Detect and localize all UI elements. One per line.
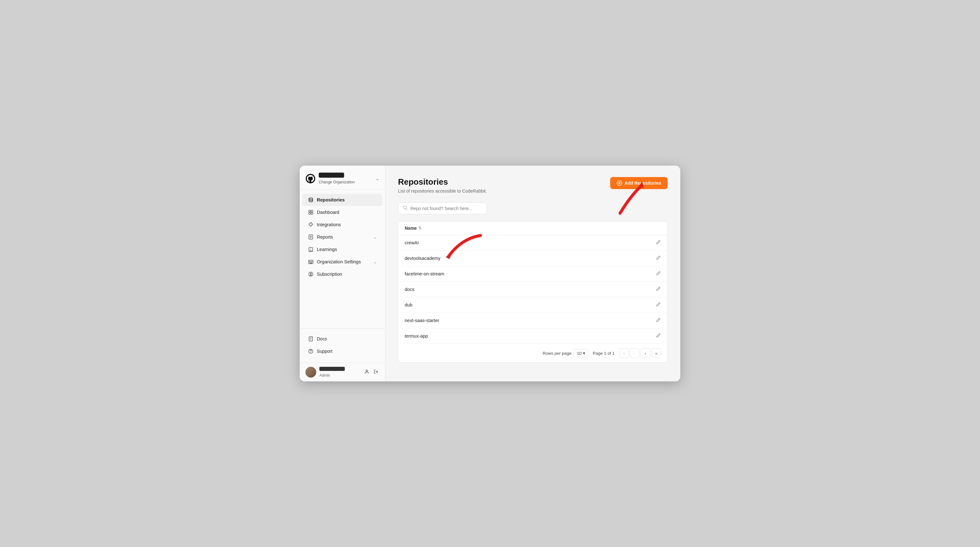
table-row[interactable]: dub	[398, 297, 667, 313]
repo-name: next-saas-starter	[405, 318, 656, 323]
sidebar-item-integrations[interactable]: Integrations	[302, 218, 382, 231]
name-column-label: Name	[405, 226, 417, 231]
sidebar-item-org-settings-label: Organization Settings	[317, 259, 361, 264]
sidebar-bottom: Docs Support	[300, 329, 385, 361]
reports-expand-icon: ⌄	[373, 235, 377, 239]
github-logo-icon	[305, 174, 315, 184]
user-actions	[363, 368, 379, 376]
name-column-header: Name ⇅	[405, 226, 422, 231]
rows-per-page-control: Rows per page 10 ▾	[542, 349, 588, 357]
table-row[interactable]: devtoolsacademy	[398, 250, 667, 266]
repo-name: termux-app	[405, 333, 656, 338]
edit-icon[interactable]	[656, 239, 661, 246]
svg-point-1	[309, 198, 313, 199]
sidebar-item-subscription-label: Subscription	[317, 271, 342, 277]
main-content: Repositories List of repositories access…	[385, 166, 680, 381]
svg-point-18	[310, 352, 311, 352]
change-org-label: Change Organization	[319, 180, 372, 184]
next-page-button[interactable]: ›	[641, 348, 650, 358]
org-name	[319, 172, 344, 178]
repositories-table: Name ⇅ crewAI devtoolsacademy facet	[398, 221, 668, 363]
repo-name: docs	[405, 287, 656, 292]
sidebar-item-org-settings[interactable]: Organization Settings ⌄	[302, 256, 382, 268]
page-info: Page 1 of 1	[593, 351, 615, 356]
svg-rect-5	[311, 212, 313, 214]
table-row[interactable]: facetime-on-stream	[398, 266, 667, 282]
grid-icon	[308, 209, 313, 215]
sidebar-item-docs[interactable]: Docs	[302, 333, 382, 345]
repo-name: dub	[405, 302, 656, 308]
edit-icon[interactable]	[656, 333, 661, 339]
main-header: Repositories List of repositories access…	[398, 177, 668, 193]
rows-per-page-value: 10	[577, 351, 582, 356]
sidebar-item-support-label: Support	[317, 349, 332, 354]
sidebar-item-learnings[interactable]: Learnings	[302, 243, 382, 255]
svg-point-19	[366, 370, 368, 372]
sidebar-item-repositories-label: Repositories	[317, 197, 345, 203]
table-row[interactable]: docs	[398, 282, 667, 297]
doc-icon	[308, 336, 313, 342]
page-title: Repositories	[398, 177, 487, 187]
repo-name: crewAI	[405, 240, 656, 245]
rows-select-chevron-icon: ▾	[583, 351, 585, 356]
book-icon	[308, 247, 313, 252]
sidebar-item-support[interactable]: Support	[302, 345, 382, 357]
sidebar-item-dashboard[interactable]: Dashboard	[302, 206, 382, 218]
last-page-button[interactable]: »	[651, 348, 661, 358]
report-icon	[308, 234, 313, 240]
database-icon	[308, 197, 313, 203]
dollar-icon	[308, 271, 313, 277]
add-repositories-button[interactable]: Add Repositories	[610, 177, 668, 189]
table-row[interactable]: crewAI	[398, 235, 667, 250]
user-logout-button[interactable]	[373, 368, 379, 376]
org-chevron-icon[interactable]: ⌄	[375, 175, 379, 182]
search-icon	[403, 205, 408, 211]
sidebar-item-dashboard-label: Dashboard	[317, 210, 339, 215]
puzzle-icon	[308, 222, 313, 228]
prev-page-button[interactable]: ‹	[630, 348, 640, 358]
table-footer: Rows per page 10 ▾ Page 1 of 1 « ‹ › »	[398, 344, 667, 362]
svg-rect-11	[310, 262, 312, 264]
sidebar: Change Organization ⌄ Repositories Dashb…	[300, 166, 385, 381]
avatar	[305, 367, 316, 378]
repo-name: devtoolsacademy	[405, 256, 656, 261]
page-subtitle: List of repositories accessible to CodeR…	[398, 188, 487, 193]
sidebar-item-reports[interactable]: Reports ⌄	[302, 231, 382, 243]
svg-rect-4	[309, 212, 311, 214]
edit-icon[interactable]	[656, 286, 661, 293]
user-name-bar	[319, 367, 345, 371]
sidebar-item-docs-label: Docs	[317, 336, 327, 341]
sort-icon[interactable]: ⇅	[418, 226, 422, 230]
sidebar-item-repositories[interactable]: Repositories	[302, 194, 382, 206]
rows-per-page-label: Rows per page	[542, 351, 571, 356]
add-repositories-label: Add Repositories	[624, 180, 661, 186]
repo-name: facetime-on-stream	[405, 271, 656, 276]
edit-icon[interactable]	[656, 271, 661, 277]
pagination-buttons: « ‹ › »	[619, 348, 661, 358]
org-settings-expand-icon: ⌄	[373, 260, 377, 264]
sidebar-header: Change Organization ⌄	[300, 166, 385, 190]
help-icon	[308, 348, 313, 354]
search-input[interactable]	[410, 206, 482, 211]
table-row[interactable]: next-saas-starter	[398, 313, 667, 329]
svg-line-26	[406, 209, 407, 210]
search-bar[interactable]	[398, 203, 487, 214]
table-row[interactable]: termux-app	[398, 329, 667, 344]
user-role: Admin	[319, 373, 360, 378]
sidebar-item-subscription[interactable]: Subscription	[302, 268, 382, 280]
sidebar-nav: Repositories Dashboard Integrations	[300, 190, 385, 329]
user-info: Admin	[319, 367, 360, 378]
first-page-button[interactable]: «	[619, 348, 628, 358]
edit-icon[interactable]	[656, 317, 661, 324]
user-row: Admin	[300, 363, 385, 381]
user-profile-button[interactable]	[363, 368, 370, 376]
sidebar-item-integrations-label: Integrations	[317, 222, 341, 227]
rows-per-page-select[interactable]: 10 ▾	[574, 349, 588, 357]
svg-rect-3	[311, 211, 313, 212]
plus-circle-icon	[617, 180, 622, 186]
table-header: Name ⇅	[398, 222, 667, 235]
sidebar-item-reports-label: Reports	[317, 234, 333, 239]
sidebar-item-learnings-label: Learnings	[317, 247, 337, 252]
edit-icon[interactable]	[656, 302, 661, 308]
edit-icon[interactable]	[656, 255, 661, 262]
